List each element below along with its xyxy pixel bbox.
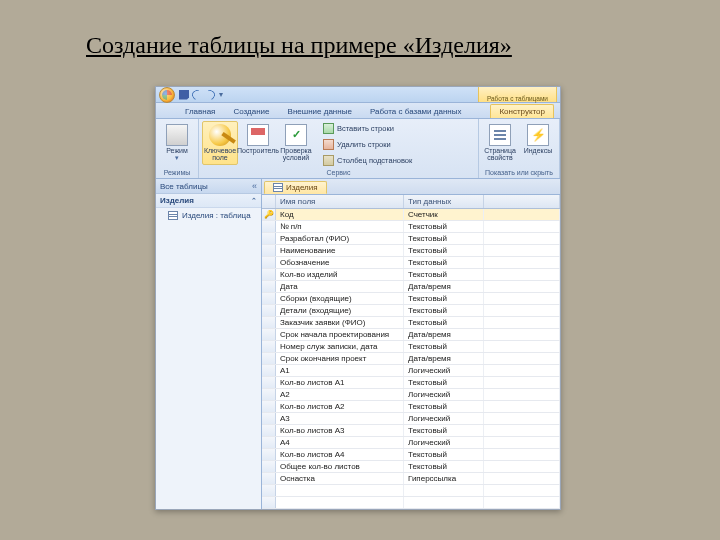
field-desc-cell[interactable] — [484, 341, 560, 352]
field-type-cell[interactable]: Текстовый — [404, 245, 484, 256]
field-type-cell[interactable]: Текстовый — [404, 293, 484, 304]
row-selector[interactable] — [262, 341, 276, 352]
field-name-cell[interactable]: А2 — [276, 389, 404, 400]
field-desc-cell[interactable] — [484, 389, 560, 400]
field-desc-cell[interactable] — [484, 425, 560, 436]
field-name-cell[interactable]: Детали (входящие) — [276, 305, 404, 316]
tab-create[interactable]: Создание — [224, 104, 278, 118]
field-type-cell[interactable]: Гиперссылка — [404, 473, 484, 484]
save-icon[interactable] — [179, 90, 189, 100]
office-button[interactable] — [159, 87, 175, 103]
field-type-cell[interactable]: Текстовый — [404, 233, 484, 244]
field-desc-cell[interactable] — [484, 293, 560, 304]
row-selector[interactable] — [262, 281, 276, 292]
field-name-cell[interactable]: Кол-во листов А3 — [276, 425, 404, 436]
field-desc-cell[interactable] — [484, 317, 560, 328]
nav-collapse-icon[interactable]: « — [252, 181, 257, 191]
document-tab[interactable]: Изделия — [264, 181, 327, 194]
indexes-button[interactable]: Индексы — [520, 121, 556, 157]
field-type-cell[interactable]: Текстовый — [404, 425, 484, 436]
field-name-cell[interactable]: Кол-во листов А4 — [276, 449, 404, 460]
table-row[interactable]: Срок начала проектированияДата/время — [262, 329, 560, 341]
insert-rows-button[interactable]: Вставить строки — [319, 121, 416, 136]
field-type-cell[interactable]: Текстовый — [404, 305, 484, 316]
field-desc-cell[interactable] — [484, 221, 560, 232]
field-desc-cell[interactable] — [484, 245, 560, 256]
row-selector[interactable] — [262, 365, 276, 376]
row-selector[interactable]: 🔑 — [262, 209, 276, 220]
field-type-cell[interactable]: Логический — [404, 413, 484, 424]
field-type-cell[interactable]: Текстовый — [404, 461, 484, 472]
field-name-cell[interactable] — [276, 485, 404, 496]
field-type-cell[interactable]: Логический — [404, 365, 484, 376]
row-selector[interactable] — [262, 413, 276, 424]
field-name-cell[interactable]: Заказчик заявки (ФИО) — [276, 317, 404, 328]
table-row[interactable]: № п/пТекстовый — [262, 221, 560, 233]
row-selector[interactable] — [262, 389, 276, 400]
table-row[interactable]: А3Логический — [262, 413, 560, 425]
table-row[interactable] — [262, 497, 560, 509]
field-desc-cell[interactable] — [484, 305, 560, 316]
field-desc-cell[interactable] — [484, 365, 560, 376]
field-desc-cell[interactable] — [484, 485, 560, 496]
row-selector[interactable] — [262, 461, 276, 472]
row-selector[interactable] — [262, 245, 276, 256]
field-type-cell[interactable]: Логический — [404, 437, 484, 448]
col-header-field[interactable]: Имя поля — [276, 195, 404, 208]
field-type-cell[interactable]: Счетчик — [404, 209, 484, 220]
field-type-cell[interactable]: Логический — [404, 389, 484, 400]
field-desc-cell[interactable] — [484, 281, 560, 292]
table-row[interactable]: Разработал (ФИО)Текстовый — [262, 233, 560, 245]
field-name-cell[interactable]: А1 — [276, 365, 404, 376]
nav-pane-header[interactable]: Все таблицы « — [156, 179, 261, 194]
primary-key-button[interactable]: Ключевое поле — [202, 121, 238, 165]
table-row[interactable]: А2Логический — [262, 389, 560, 401]
qat-dropdown-icon[interactable]: ▾ — [218, 90, 224, 100]
field-desc-cell[interactable] — [484, 437, 560, 448]
field-name-cell[interactable]: Наименование — [276, 245, 404, 256]
table-row[interactable]: Номер служ записки, датаТекстовый — [262, 341, 560, 353]
row-selector[interactable] — [262, 425, 276, 436]
table-row[interactable]: Сборки (входящие)Текстовый — [262, 293, 560, 305]
table-row[interactable]: ОснасткаГиперссылка — [262, 473, 560, 485]
table-row[interactable]: ДатаДата/время — [262, 281, 560, 293]
lookup-column-button[interactable]: Столбец подстановок — [319, 153, 416, 168]
table-row[interactable]: Детали (входящие)Текстовый — [262, 305, 560, 317]
field-type-cell[interactable]: Текстовый — [404, 221, 484, 232]
row-selector[interactable] — [262, 305, 276, 316]
field-desc-cell[interactable] — [484, 209, 560, 220]
col-header-extra[interactable] — [484, 195, 560, 208]
field-type-cell[interactable]: Дата/время — [404, 353, 484, 364]
table-row[interactable]: Кол-во листов А4Текстовый — [262, 449, 560, 461]
field-name-cell[interactable]: Сборки (входящие) — [276, 293, 404, 304]
field-desc-cell[interactable] — [484, 233, 560, 244]
tab-design[interactable]: Конструктор — [490, 104, 554, 118]
table-row[interactable]: ОбозначениеТекстовый — [262, 257, 560, 269]
table-row[interactable]: Общее кол-во листовТекстовый — [262, 461, 560, 473]
field-desc-cell[interactable] — [484, 449, 560, 460]
field-desc-cell[interactable] — [484, 461, 560, 472]
field-type-cell[interactable] — [404, 497, 484, 508]
row-selector[interactable] — [262, 221, 276, 232]
table-row[interactable]: НаименованиеТекстовый — [262, 245, 560, 257]
field-name-cell[interactable]: А3 — [276, 413, 404, 424]
field-name-cell[interactable]: Общее кол-во листов — [276, 461, 404, 472]
tab-db-tools[interactable]: Работа с базами данных — [361, 104, 471, 118]
field-desc-cell[interactable] — [484, 329, 560, 340]
builder-button[interactable]: Построитель — [240, 121, 276, 157]
field-name-cell[interactable]: Обозначение — [276, 257, 404, 268]
table-row[interactable]: 🔑КодСчетчик — [262, 209, 560, 221]
table-row[interactable] — [262, 485, 560, 497]
table-row[interactable]: Кол-во листов А1Текстовый — [262, 377, 560, 389]
row-selector[interactable] — [262, 377, 276, 388]
tab-external-data[interactable]: Внешние данные — [279, 104, 361, 118]
row-selector[interactable] — [262, 485, 276, 496]
field-desc-cell[interactable] — [484, 413, 560, 424]
row-selector[interactable] — [262, 317, 276, 328]
design-grid[interactable]: Имя поля Тип данных 🔑КодСчетчик№ п/пТекс… — [262, 195, 560, 509]
row-selector[interactable] — [262, 449, 276, 460]
undo-icon[interactable] — [190, 88, 203, 101]
field-name-cell[interactable]: № п/п — [276, 221, 404, 232]
field-type-cell[interactable]: Текстовый — [404, 401, 484, 412]
row-selector[interactable] — [262, 269, 276, 280]
